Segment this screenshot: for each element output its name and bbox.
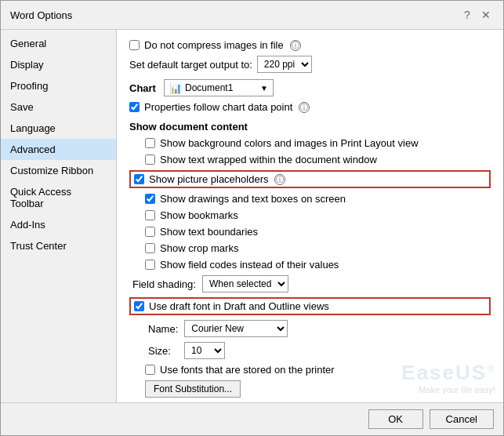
crop-marks-checkbox[interactable] bbox=[145, 243, 155, 253]
title-bar: Word Options ? ✕ bbox=[1, 1, 503, 30]
chart-dropdown[interactable]: 📊 Document1 ▼ bbox=[164, 79, 274, 96]
set-default-target-row: Set default target output to: 96 ppi 150… bbox=[129, 56, 491, 73]
picture-placeholders-row: Show picture placeholders ⓘ bbox=[129, 170, 491, 188]
dialog-body: GeneralDisplayProofingSaveLanguageAdvanc… bbox=[1, 30, 503, 402]
bookmarks-checkbox[interactable] bbox=[145, 210, 155, 220]
bg-colors-checkbox[interactable] bbox=[145, 138, 155, 148]
do-not-compress-text: Do not compress images in file bbox=[144, 39, 284, 51]
font-substitution-container: Font Substitution... bbox=[145, 380, 491, 398]
picture-placeholders-label[interactable]: Show picture placeholders ⓘ bbox=[134, 173, 285, 185]
properties-follow-label[interactable]: Properties follow chart data point ⓘ bbox=[129, 101, 310, 113]
help-button[interactable]: ? bbox=[459, 7, 475, 23]
sidebar-item-save[interactable]: Save bbox=[1, 96, 116, 118]
ok-button[interactable]: OK bbox=[368, 409, 423, 429]
field-codes-label[interactable]: Show field codes instead of their values bbox=[145, 259, 339, 271]
sidebar-item-quick-access[interactable]: Quick Access Toolbar bbox=[1, 181, 116, 214]
sidebar-item-customize-ribbon[interactable]: Customize Ribbon bbox=[1, 160, 116, 181]
ppi-select-container: 96 ppi 150 ppi 220 ppi 330 ppi bbox=[257, 56, 312, 73]
font-size-row: Size: 8 9 10 11 12 bbox=[148, 342, 491, 359]
properties-follow-row: Properties follow chart data point ⓘ bbox=[129, 101, 491, 113]
sidebar-item-advanced[interactable]: Advanced bbox=[1, 139, 116, 160]
field-codes-row: Show field codes instead of their values bbox=[129, 259, 491, 271]
set-default-target-label: Set default target output to: bbox=[129, 59, 252, 71]
do-not-compress-label[interactable]: Do not compress images in file ⓘ bbox=[129, 39, 301, 51]
font-size-label: Size: bbox=[148, 345, 178, 357]
bg-colors-row: Show background colors and images in Pri… bbox=[129, 137, 491, 149]
properties-follow-checkbox[interactable] bbox=[129, 102, 140, 112]
bg-colors-label[interactable]: Show background colors and images in Pri… bbox=[145, 137, 419, 149]
properties-follow-text: Properties follow chart data point bbox=[144, 101, 292, 113]
sidebar-item-trust-center[interactable]: Trust Center bbox=[1, 235, 116, 256]
do-not-compress-checkbox[interactable] bbox=[129, 40, 140, 50]
use-fonts-stored-label[interactable]: Use fonts that are stored on the printer bbox=[145, 364, 335, 376]
close-button[interactable]: ✕ bbox=[478, 7, 494, 23]
font-name-select-container: Courier New Arial Times New Roman bbox=[184, 320, 288, 337]
chart-label-text: Chart bbox=[129, 82, 158, 94]
font-name-label: Name: bbox=[148, 323, 178, 335]
sidebar-item-display[interactable]: Display bbox=[1, 54, 116, 75]
text-wrapped-label[interactable]: Show text wrapped within the document wi… bbox=[145, 154, 377, 165]
sidebar-item-general[interactable]: General bbox=[1, 33, 116, 54]
title-bar-buttons: ? ✕ bbox=[459, 7, 494, 23]
ppi-select[interactable]: 96 ppi 150 ppi 220 ppi 330 ppi bbox=[258, 56, 311, 72]
word-options-dialog: Word Options ? ✕ GeneralDisplayProofingS… bbox=[0, 0, 504, 436]
font-size-select[interactable]: 8 9 10 11 12 bbox=[185, 343, 224, 358]
drawings-checkbox[interactable] bbox=[145, 194, 155, 204]
font-substitution-button[interactable]: Font Substitution... bbox=[145, 380, 241, 398]
picture-placeholders-text: Show picture placeholders bbox=[149, 173, 268, 185]
field-codes-text: Show field codes instead of their values bbox=[160, 259, 339, 271]
font-name-select[interactable]: Courier New Arial Times New Roman bbox=[185, 321, 287, 336]
use-fonts-stored-row: Use fonts that are stored on the printer bbox=[129, 364, 491, 376]
use-draft-font-label[interactable]: Use draft font in Draft and Outline view… bbox=[134, 300, 329, 312]
chart-dropdown-arrow: ▼ bbox=[260, 84, 268, 93]
cancel-button[interactable]: Cancel bbox=[430, 409, 494, 429]
content-area: Do not compress images in file ⓘ Set def… bbox=[117, 30, 503, 402]
font-name-row: Name: Courier New Arial Times New Roman bbox=[148, 320, 491, 337]
crop-marks-label[interactable]: Show crop marks bbox=[145, 242, 238, 254]
use-fonts-stored-checkbox[interactable] bbox=[145, 365, 155, 375]
text-boundaries-text: Show text boundaries bbox=[160, 226, 258, 238]
field-shading-label: Field shading: bbox=[132, 278, 196, 290]
show-document-content-header: Show document content bbox=[129, 121, 491, 133]
use-draft-font-checkbox[interactable] bbox=[134, 301, 144, 311]
chart-value: Document1 bbox=[185, 82, 257, 93]
bookmarks-text: Show bookmarks bbox=[160, 209, 238, 221]
use-draft-font-text: Use draft font in Draft and Outline view… bbox=[149, 300, 329, 312]
dialog-title: Word Options bbox=[10, 9, 72, 21]
drawings-row: Show drawings and text boxes on screen bbox=[129, 193, 491, 205]
crop-marks-text: Show crop marks bbox=[160, 242, 238, 254]
chart-icon: 📊 bbox=[169, 82, 182, 94]
picture-placeholders-checkbox[interactable] bbox=[134, 174, 144, 184]
sidebar-item-language[interactable]: Language bbox=[1, 118, 116, 139]
picture-placeholders-info-icon: ⓘ bbox=[274, 174, 285, 185]
field-shading-select[interactable]: Never When selected Always bbox=[203, 276, 288, 292]
font-size-select-container: 8 9 10 11 12 bbox=[184, 342, 225, 359]
do-not-compress-row: Do not compress images in file ⓘ bbox=[129, 39, 491, 51]
compress-info-icon: ⓘ bbox=[290, 40, 301, 51]
use-fonts-stored-text: Use fonts that are stored on the printer bbox=[160, 364, 335, 376]
use-draft-font-row: Use draft font in Draft and Outline view… bbox=[129, 297, 491, 315]
field-shading-row: Field shading: Never When selected Alway… bbox=[132, 275, 491, 292]
text-wrapped-text: Show text wrapped within the document wi… bbox=[160, 154, 377, 165]
field-codes-checkbox[interactable] bbox=[145, 260, 155, 270]
bg-colors-text: Show background colors and images in Pri… bbox=[160, 137, 419, 149]
field-shading-select-container: Never When selected Always bbox=[202, 275, 288, 292]
sidebar-item-proofing[interactable]: Proofing bbox=[1, 75, 116, 96]
bookmarks-row: Show bookmarks bbox=[129, 209, 491, 221]
drawings-text: Show drawings and text boxes on screen bbox=[160, 193, 346, 205]
text-boundaries-label[interactable]: Show text boundaries bbox=[145, 226, 258, 238]
drawings-label[interactable]: Show drawings and text boxes on screen bbox=[145, 193, 346, 205]
text-boundaries-checkbox[interactable] bbox=[145, 227, 155, 237]
crop-marks-row: Show crop marks bbox=[129, 242, 491, 254]
dialog-footer: OK Cancel bbox=[1, 402, 503, 435]
text-wrapped-row: Show text wrapped within the document wi… bbox=[129, 154, 491, 165]
text-wrapped-checkbox[interactable] bbox=[145, 154, 155, 165]
sidebar-item-add-ins[interactable]: Add-Ins bbox=[1, 214, 116, 235]
properties-info-icon: ⓘ bbox=[299, 102, 310, 113]
bookmarks-label[interactable]: Show bookmarks bbox=[145, 209, 238, 221]
sidebar: GeneralDisplayProofingSaveLanguageAdvanc… bbox=[1, 30, 117, 402]
chart-row: Chart 📊 Document1 ▼ bbox=[129, 79, 491, 96]
text-boundaries-row: Show text boundaries bbox=[129, 226, 491, 238]
